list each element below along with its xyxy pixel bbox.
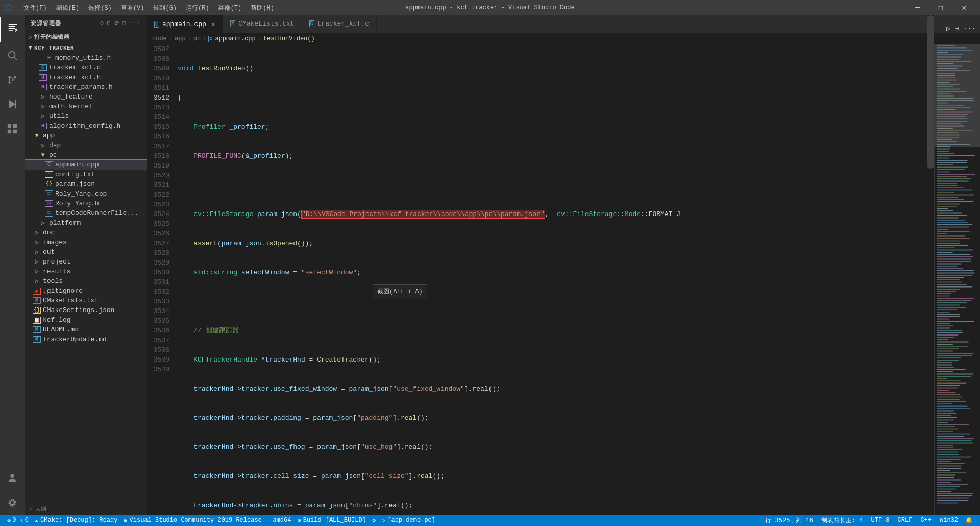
new-folder-icon[interactable]: ⊞ [107, 20, 111, 27]
tree-item[interactable]: ▷platform [24, 218, 147, 228]
tree-item[interactable]: {}param.json [24, 179, 147, 189]
tree-item[interactable]: ▷math_kernel [24, 102, 147, 111]
tree-item[interactable]: MREADME.md [24, 325, 147, 334]
tree-item[interactable]: ⊗.gitignore [24, 286, 147, 296]
tree-item[interactable]: Htracker_kcf.h [24, 73, 147, 82]
menu-item[interactable]: 编辑(E) [52, 3, 84, 13]
tree-item[interactable]: ▷out [24, 247, 147, 257]
new-file-icon[interactable]: ⊕ [100, 20, 104, 27]
line-num-3532: 3532 [147, 287, 169, 297]
tree-item[interactable]: MTrackerUpdate.md [24, 334, 147, 344]
status-encoding[interactable]: UTF-8 [867, 517, 894, 524]
menu-item[interactable]: 终端(T) [214, 3, 246, 13]
scrollbar-thumb[interactable] [927, 15, 934, 169]
svg-point-3 [8, 81, 11, 84]
minimap-slider[interactable] [935, 44, 980, 147]
tree-item[interactable]: CtempCodeRunnerFile... [24, 208, 147, 218]
minimize-button[interactable]: — [905, 0, 929, 15]
breadcrumb-file[interactable]: Cappmain.cpp [208, 35, 255, 42]
endings-label: CRLF [898, 517, 913, 524]
status-vsc[interactable]: ⊞ Visual Studio Community 2019 Release -… [120, 517, 294, 524]
tree-item[interactable]: ▷tools [24, 276, 147, 286]
menu-item[interactable]: 查看(V) [117, 3, 149, 13]
status-indent[interactable]: 制表符长度: 4 [817, 516, 867, 525]
tree-item[interactable]: 📋kcf.log [24, 315, 147, 325]
file-label: algorithm_config.h [49, 122, 120, 130]
warning-count: 0 [25, 517, 29, 524]
tree-item[interactable]: Htracker_params.h [24, 82, 147, 92]
run-icon[interactable]: ▷ [946, 24, 950, 33]
activity-bar [0, 15, 24, 515]
tree-item[interactable]: ▷doc [24, 228, 147, 237]
collapse-icon[interactable]: ⊟ [122, 20, 127, 27]
extensions-activity-icon[interactable] [0, 116, 24, 141]
file-label: results [43, 268, 71, 275]
status-language[interactable]: C++ [916, 517, 936, 524]
tab-close-appmain[interactable]: ✕ [211, 20, 215, 29]
menu-item[interactable]: 帮助(H) [247, 3, 278, 13]
line-num-3518: 3518 [147, 151, 169, 161]
git-activity-icon[interactable] [0, 67, 24, 92]
scrollbar-track[interactable] [927, 15, 934, 515]
status-cmake[interactable]: ⊡ CMake: [Debug]: Ready [32, 517, 120, 524]
status-line-col[interactable]: 行 3525，列 46 [761, 516, 817, 525]
tree-item[interactable]: ▷project [24, 257, 147, 267]
tree-item[interactable]: MCMakeLists.txt [24, 296, 147, 305]
code-line-3516: // 创建跟踪器 [178, 326, 934, 336]
tab-appmain[interactable]: C appmain.cpp ✕ [147, 15, 223, 33]
encoding-label: UTF-8 [871, 517, 890, 524]
search-activity-icon[interactable] [0, 43, 24, 67]
breadcrumb-code[interactable]: code [152, 35, 167, 42]
editor: 3507 3508 3509 3510 3511 3512 3513 3514 … [147, 44, 980, 515]
maximize-button[interactable]: ❐ [929, 0, 952, 15]
tree-item[interactable]: ▼pc [24, 150, 147, 160]
tab-cmakelists[interactable]: M CMakeLists.txt [223, 15, 302, 33]
tree-item[interactable]: ▷hog_feature [24, 92, 147, 102]
more-icon[interactable]: ··· [129, 20, 141, 27]
tree-item[interactable]: HRoly_Yang.h [24, 199, 147, 208]
refresh-icon[interactable]: ⟳ [114, 20, 119, 27]
open-editors-section[interactable]: ▷ 打开的编辑器 [24, 31, 147, 43]
breadcrumb-app[interactable]: app [175, 35, 186, 42]
menu-item[interactable]: 转到(G) [149, 3, 181, 13]
tree-item[interactable]: CRoly_Yang.cpp [24, 189, 147, 199]
settings-activity-icon[interactable] [0, 490, 24, 515]
tree-item[interactable]: Halgorithm_config.h [24, 121, 147, 131]
code-line-3509: Profiler _profiler; [178, 122, 934, 132]
split-editor-icon[interactable]: ⊟ [954, 24, 959, 33]
tree-item[interactable]: ▷utils [24, 111, 147, 121]
tree-item[interactable]: Cappmain.cpp [24, 160, 147, 170]
menu-item[interactable]: 运行(R) [182, 3, 213, 13]
tree-item[interactable]: ▼app [24, 131, 147, 140]
status-build[interactable]: ⊛ Build [ALL_BUILD] [294, 517, 369, 524]
status-gear[interactable]: ⚙ [369, 517, 379, 524]
status-lineend[interactable]: Win32 [936, 517, 962, 524]
tree-item[interactable]: {}CMakeSettings.json [24, 305, 147, 315]
tree-item[interactable]: ≡config.txt [24, 170, 147, 179]
status-endings[interactable]: CRLF [894, 517, 917, 524]
more-actions-icon[interactable]: ··· [963, 25, 976, 33]
tree-item[interactable]: Ctracker_kcf.c [24, 63, 147, 73]
run-activity-icon[interactable] [0, 92, 24, 116]
file-label: appmain.cpp [55, 161, 99, 169]
breadcrumb-function[interactable]: testRunVideo() [263, 35, 315, 42]
breadcrumb-pc[interactable]: pc [193, 35, 201, 42]
status-notifications[interactable]: 🔔 [962, 517, 976, 524]
status-run2[interactable]: ▷ [app-demo-pc] [379, 517, 438, 524]
menu-item[interactable]: 文件(F) [19, 3, 51, 13]
tree-item[interactable]: Hmemory_utils.h [24, 53, 147, 63]
minimap[interactable] [934, 44, 980, 515]
tab-tracker-kcf[interactable]: C tracker_kcf.c [302, 15, 377, 33]
tree-item[interactable]: ▷images [24, 237, 147, 247]
account-activity-icon[interactable] [0, 466, 24, 490]
close-button[interactable]: ✕ [952, 0, 976, 15]
menu-item[interactable]: 选择(S) [84, 3, 116, 13]
explorer-icon[interactable] [0, 17, 24, 42]
tree-item[interactable]: ▷results [24, 267, 147, 276]
status-errors[interactable]: ⊗ 0 ⚠ 0 [4, 517, 32, 524]
kcf-tracker-section[interactable]: ▼ KCF_TRACKER [24, 43, 147, 53]
breadcrumb-sep1: › [169, 35, 173, 42]
code-content[interactable]: void testRunVideo() { Profiler _profiler… [174, 44, 934, 515]
sidebar-footer[interactable]: ▷ 大纲 [24, 503, 147, 515]
tree-item[interactable]: ▷dsp [24, 140, 147, 150]
